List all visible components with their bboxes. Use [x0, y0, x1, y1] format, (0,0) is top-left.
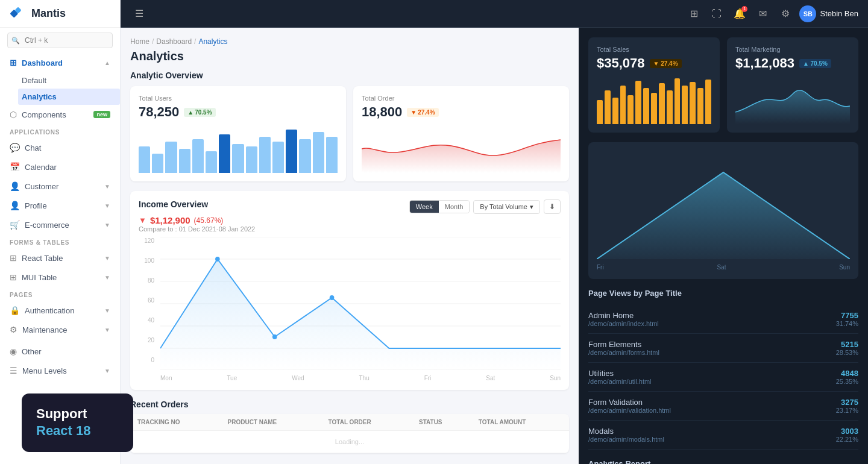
main-area: ☰ ⊞ ⛶ 🔔 1 ✉ ⚙ SB Stebin Ben Home / Dashb…: [121, 0, 868, 464]
user-name: Stebin Ben: [820, 9, 858, 18]
table-row: Loading...: [130, 431, 569, 453]
sidebar-item-other[interactable]: ◉ Other: [0, 342, 120, 361]
week-button[interactable]: Week: [410, 201, 439, 213]
sidebar-item-dashboard-label: Dashboard: [22, 58, 63, 67]
line-chart-inner: [160, 237, 561, 372]
col-product: PRODUCT NAME: [221, 414, 321, 431]
select-chevron-icon: ▾: [530, 203, 533, 211]
income-value-pct: (45.67%): [194, 216, 224, 225]
sidebar-item-mui-table[interactable]: ⊞ MUI Table ▼: [0, 268, 120, 287]
income-value: ▼ $1,12,900 (45.67%): [139, 215, 255, 225]
download-button[interactable]: ⬇: [544, 199, 561, 214]
total-order-label: Total Order: [362, 95, 561, 102]
support-react18-popup[interactable]: Support React 18: [22, 393, 133, 452]
analytics-report-title: Analytics Report: [588, 459, 858, 464]
content-light: Home / Dashboard / Analytics Analytics A…: [121, 28, 579, 464]
chevron-down-icon: ▼: [104, 183, 110, 190]
settings-icon[interactable]: ⚙: [776, 5, 794, 23]
support-popup-text: Support React 18: [36, 406, 119, 440]
sidebar-item-default[interactable]: Default: [22, 72, 120, 89]
total-sales-badge: ▼ 27.4%: [650, 59, 682, 68]
topbar-left: ☰: [130, 5, 148, 23]
sidebar-item-dashboard[interactable]: ⊞ Dashboard ▲: [0, 53, 120, 72]
users-bar-chart: [139, 125, 338, 173]
order-area-chart: [362, 125, 561, 173]
y-axis: 120100806040200: [139, 237, 157, 363]
dark-stat-card-marketing: Total Marketing $1,12,083 ▲ 70.5%: [727, 37, 858, 133]
total-users-label: Total Users: [139, 95, 338, 102]
total-marketing-label: Total Marketing: [735, 46, 850, 53]
breadcrumb-home[interactable]: Home: [130, 37, 149, 46]
components-badge: new: [93, 111, 110, 118]
sidebar-item-analytics[interactable]: Analytics: [18, 89, 120, 105]
sidebar-item-ecommerce[interactable]: 🛒 E-commerce ▼: [0, 215, 120, 234]
sidebar-item-react-table-label: React Table: [22, 254, 63, 263]
volume-select[interactable]: By Total Volume ▾: [473, 200, 540, 214]
stat-cards-light: Total Users 78,250 ▲ 70.5%: [130, 86, 569, 181]
content-dark: Total Sales $35,078 ▼ 27.4%: [579, 28, 868, 464]
sidebar-item-mui-table-label: MUI Table: [22, 273, 57, 282]
sidebar-item-authentication[interactable]: 🔒 Authentication ▼: [0, 301, 120, 320]
hamburger-icon[interactable]: ☰: [130, 5, 148, 23]
chevron-down-icon2: ▼: [104, 202, 110, 209]
menu-levels-icon: ☰: [10, 366, 17, 375]
breadcrumb-dashboard[interactable]: Dashboard: [156, 37, 192, 46]
sidebar-item-chat-label: Chat: [25, 143, 41, 152]
chevron-up-icon: ▲: [104, 60, 110, 66]
sidebar-dashboard-sub: Default Analytics: [0, 72, 120, 105]
sidebar-item-chat[interactable]: 💬 Chat: [0, 138, 120, 157]
breadcrumb-current: Analytics: [198, 37, 227, 46]
mail-icon[interactable]: ✉: [753, 5, 772, 23]
app-name: Mantis: [31, 7, 66, 20]
profile-icon: 👤: [10, 201, 20, 210]
sidebar-item-customer-label: Customer: [25, 182, 58, 191]
sidebar-item-profile[interactable]: 👤 Profile ▼: [0, 196, 120, 215]
page-title: Analytics: [130, 49, 569, 63]
total-sales-value: $35,078 ▼ 27.4%: [597, 55, 711, 71]
page-view-item-3: Utilities /demo/admin/util.html 4848 25.…: [588, 363, 858, 392]
content-area: Home / Dashboard / Analytics Analytics A…: [121, 28, 868, 464]
sidebar-item-profile-label: Profile: [25, 201, 47, 210]
chat-icon: 💬: [10, 143, 20, 152]
avatar: SB: [799, 5, 816, 22]
page-view-item-2: Form Elements /demo/admin/forms.html 521…: [588, 334, 858, 363]
income-line-chart: 120100806040200: [139, 237, 561, 381]
col-status: STATUS: [412, 414, 471, 431]
total-sales-label: Total Sales: [597, 46, 711, 53]
search-input[interactable]: [7, 33, 113, 48]
marketing-area-chart: [735, 76, 850, 124]
month-button[interactable]: Month: [439, 201, 470, 213]
sidebar-item-react-table[interactable]: ⊞ React Table ▼: [0, 248, 120, 268]
sidebar-item-customer[interactable]: 👤 Customer ▼: [0, 177, 120, 196]
other-icon: ◉: [10, 346, 17, 356]
customer-icon: 👤: [10, 181, 20, 191]
x-axis: MonTueWedThuFriSatSun: [160, 375, 561, 381]
sidebar-item-components-label: Components: [22, 110, 66, 119]
sidebar-item-other-label: Other: [22, 347, 42, 356]
total-users-badge: ▲ 70.5%: [184, 108, 215, 117]
sales-bar-chart: [597, 76, 711, 124]
page-views-list: Admin Home /demo/admin/index.html 7755 3…: [588, 305, 858, 450]
search-icon: 🔍: [11, 37, 20, 45]
ecommerce-icon: 🛒: [10, 220, 20, 230]
user-avatar-button[interactable]: SB Stebin Ben: [799, 5, 858, 22]
sidebar-item-components[interactable]: ⬡ Components new: [0, 105, 120, 124]
sidebar-logo: Mantis: [0, 0, 120, 28]
maintenance-icon: ⚙: [10, 325, 17, 334]
total-order-badge: ▼ 27.4%: [407, 108, 438, 117]
analytic-overview-title: Analytic Overview: [130, 71, 569, 80]
week-month-toggle: Week Month: [409, 200, 470, 213]
sidebar-item-calendar[interactable]: 📅 Calendar: [0, 157, 120, 177]
sidebar-item-ecommerce-label: E-commerce: [25, 221, 69, 230]
sidebar-item-menu-levels[interactable]: ☰ Menu Levels ▼: [0, 361, 120, 380]
grid-icon[interactable]: ⊞: [685, 5, 703, 23]
sidebar-item-maintenance[interactable]: ⚙ Maintenance ▼: [0, 320, 120, 339]
table-icon: ⊞: [10, 253, 17, 263]
income-arrow: ▼: [139, 216, 146, 225]
dark-x-axis: FriSatSun: [597, 264, 850, 271]
fullscreen-icon[interactable]: ⛶: [708, 5, 726, 23]
svg-point-11: [330, 295, 335, 300]
applications-section-label: Applications: [0, 124, 120, 138]
chevron-down-icon4: ▼: [104, 255, 110, 262]
notification-icon[interactable]: 🔔 1: [731, 5, 749, 23]
